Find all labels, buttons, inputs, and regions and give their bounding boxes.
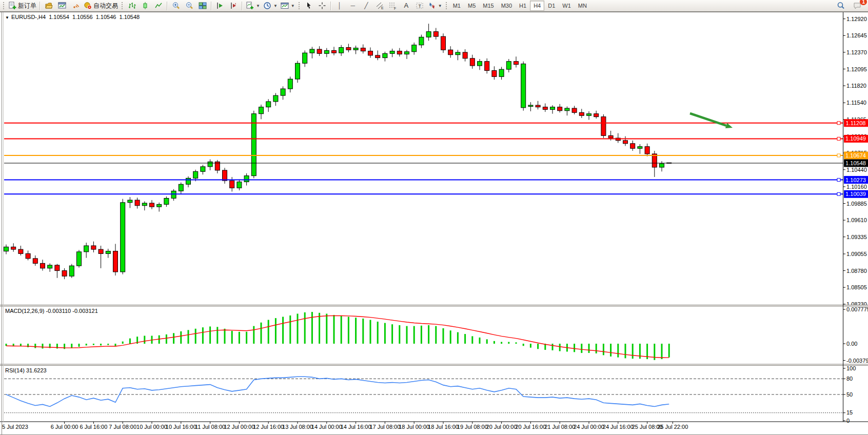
- candlestick: [528, 105, 533, 106]
- indicators-icon: [246, 2, 254, 10]
- candlestick: [478, 62, 482, 66]
- time-axis-label: 17 Jul 08:00: [369, 424, 400, 430]
- candlestick: [281, 89, 285, 95]
- zoom-out-button[interactable]: [183, 0, 196, 11]
- profiles-icon: [45, 2, 53, 10]
- arrows-tool-icon: [428, 2, 436, 10]
- price-axis-label: 1.09055: [846, 251, 867, 257]
- autotrading-button[interactable]: 自动交易: [82, 0, 120, 11]
- candlestick: [550, 107, 555, 110]
- timeframe-m5-button[interactable]: M5: [464, 1, 479, 11]
- chart-shift-button[interactable]: [227, 0, 240, 11]
- candlestick: [237, 182, 242, 188]
- line-handle[interactable]: [837, 122, 840, 125]
- text-tool-button[interactable]: A: [400, 0, 413, 11]
- timeframe-d1-button[interactable]: D1: [544, 1, 559, 11]
- candlestick: [113, 251, 118, 272]
- candlestick: [266, 102, 271, 107]
- candlestick: [412, 45, 417, 52]
- crosshair-icon: [318, 2, 326, 10]
- candlestick-chart-button[interactable]: [139, 0, 152, 11]
- template-icon: [281, 2, 289, 10]
- periods-button[interactable]: ▼: [262, 0, 279, 11]
- time-axis-label: 14 Jul 16:00: [341, 424, 371, 430]
- price-axis-label: 1.09885: [846, 201, 867, 207]
- candlestick: [135, 200, 140, 206]
- symbol-dropdown-icon[interactable]: ▼: [5, 15, 9, 20]
- candlestick: [91, 246, 96, 249]
- line-handle[interactable]: [837, 179, 840, 182]
- line-handle[interactable]: [837, 137, 840, 140]
- timeframe-mn-button[interactable]: MN: [575, 1, 590, 11]
- candlestick: [390, 51, 394, 54]
- arrows-tool-button[interactable]: ▼: [426, 0, 444, 11]
- price-axis-label: 1.10160: [846, 184, 867, 190]
- new-order-button[interactable]: 新订单: [7, 0, 38, 11]
- data-window-icon: [58, 2, 66, 10]
- candlestick: [397, 51, 402, 54]
- vertical-line-icon: │: [338, 2, 342, 9]
- candlestick: [346, 47, 351, 50]
- zoom-in-button[interactable]: [169, 0, 183, 11]
- timeframe-m15-button[interactable]: M15: [479, 1, 497, 11]
- text-tool-icon: A: [404, 2, 408, 9]
- time-axis-label: 14 Jul 00:00: [311, 424, 342, 430]
- svg-text:F: F: [394, 7, 396, 10]
- dropdown-caret-icon: ▼: [291, 4, 295, 8]
- line-handle[interactable]: [837, 154, 840, 157]
- signals-button[interactable]: [69, 0, 82, 11]
- dropdown-caret-icon: ▼: [438, 4, 442, 8]
- candlestick: [69, 266, 74, 276]
- candlestick: [201, 167, 205, 171]
- line-price-label-text: 1.10674: [845, 152, 866, 159]
- candlestick-chart-icon: [141, 2, 149, 10]
- toolbar-grip[interactable]: [298, 2, 301, 10]
- timeframe-h1-button[interactable]: H1: [516, 1, 530, 11]
- equidistant-channel-button[interactable]: E: [373, 0, 386, 11]
- indicators-button[interactable]: ▼: [244, 0, 262, 11]
- line-price-label-text: 1.10039: [845, 191, 866, 197]
- auto-scroll-button[interactable]: [213, 0, 227, 11]
- fibonacci-button[interactable]: F: [386, 0, 400, 11]
- toolbar-grip[interactable]: [445, 2, 448, 10]
- candlestick: [164, 199, 169, 205]
- price-axis-label: 1.12095: [846, 66, 867, 72]
- vertical-line-button[interactable]: │: [333, 0, 346, 11]
- candlestick: [587, 114, 591, 116]
- chart-shift-icon: [229, 2, 238, 10]
- cursor-button[interactable]: [302, 0, 315, 11]
- timeframe-m1-button[interactable]: M1: [449, 1, 464, 11]
- candlestick: [426, 32, 431, 37]
- horizontal-line-button[interactable]: ─: [346, 0, 360, 11]
- timeframe-m30-button[interactable]: M30: [498, 1, 516, 11]
- search-button[interactable]: [834, 0, 847, 11]
- candlestick: [244, 176, 249, 182]
- text-label-button[interactable]: T: [413, 0, 426, 11]
- toolbar-separator: [242, 2, 243, 10]
- zoom-out-icon: [185, 2, 193, 10]
- cursor-icon: [305, 2, 313, 10]
- time-axis-label: 18 Jul 16:00: [428, 424, 459, 430]
- line-handle[interactable]: [837, 192, 840, 195]
- timeframe-h4-button[interactable]: H4: [530, 1, 544, 11]
- notifications-button[interactable]: 1: [851, 0, 864, 11]
- bar-chart-button[interactable]: [125, 0, 139, 11]
- chart-canvas[interactable]: 1.129201.126451.123701.120951.118201.115…: [0, 0, 868, 435]
- crosshair-button[interactable]: [315, 0, 329, 11]
- candlestick: [419, 37, 424, 45]
- toolbar-grip[interactable]: [121, 2, 124, 10]
- templates-button[interactable]: ▼: [279, 0, 297, 11]
- trendline-button[interactable]: ╱: [360, 0, 373, 11]
- toolbar-grip[interactable]: [3, 2, 5, 10]
- profiles-button[interactable]: [42, 0, 55, 11]
- line-chart-button[interactable]: [152, 0, 165, 11]
- tile-windows-button[interactable]: [196, 0, 209, 11]
- time-axis-label: 18 Jul 00:00: [399, 424, 429, 430]
- dropdown-caret-icon: ▼: [256, 4, 260, 8]
- candlestick: [492, 71, 497, 77]
- candlestick: [565, 108, 569, 111]
- data-window-button[interactable]: [55, 0, 69, 11]
- candlestick: [521, 64, 526, 107]
- timeframe-w1-button[interactable]: W1: [559, 1, 575, 11]
- toolbar-separator: [330, 2, 331, 10]
